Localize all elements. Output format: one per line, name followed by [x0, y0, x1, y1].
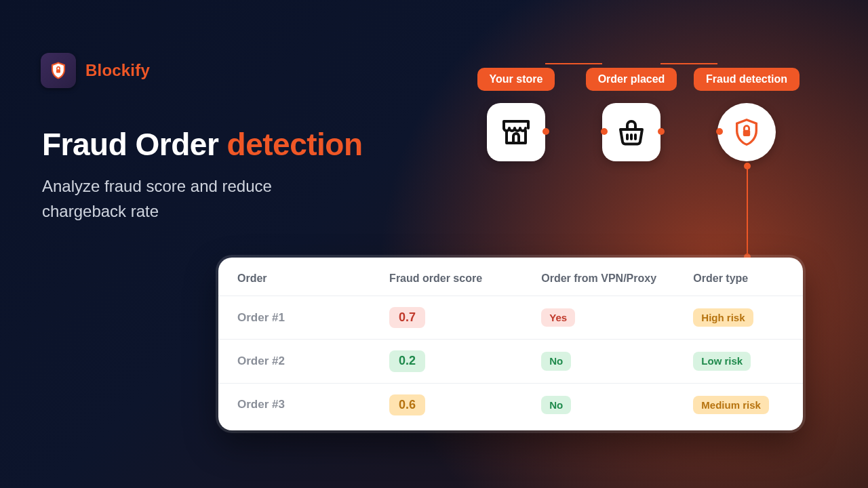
col-vpn: Order from VPN/Proxy	[522, 263, 674, 296]
brand-name: Blockify	[85, 61, 150, 80]
connector-dot	[601, 128, 608, 135]
flow-label-fraud: Fraud detection	[694, 68, 800, 91]
flow-label-order: Order placed	[586, 68, 677, 91]
vpn-badge: No	[541, 352, 571, 371]
table-header-row: Order Fraud order score Order from VPN/P…	[218, 263, 803, 296]
connector-line	[747, 168, 748, 255]
svg-rect-1	[743, 130, 750, 136]
title-part1: Fraud Order	[42, 127, 227, 162]
page-title: Fraud Order detection	[42, 126, 363, 163]
col-type: Order type	[674, 263, 803, 296]
table-row: Order #20.2NoLow risk	[218, 340, 803, 383]
cell-order: Order #1	[218, 296, 370, 340]
connector-dot	[716, 128, 723, 135]
vpn-badge: Yes	[541, 308, 575, 327]
table-row: Order #10.7YesHigh risk	[218, 296, 803, 340]
process-flow: Your store Order placed Fraud detection	[458, 68, 804, 161]
fraud-table-card: Order Fraud order score Order from VPN/P…	[218, 258, 803, 430]
cell-vpn: Yes	[522, 296, 674, 340]
connector-dot	[658, 128, 665, 135]
cell-score: 0.2	[370, 340, 522, 383]
connector-line	[545, 63, 602, 64]
cell-type: High risk	[674, 296, 803, 340]
score-badge: 0.7	[389, 307, 425, 328]
vpn-badge: No	[541, 396, 571, 415]
type-badge: High risk	[693, 308, 753, 327]
brand-logo: Blockify	[41, 53, 150, 88]
score-badge: 0.2	[389, 350, 425, 371]
cell-score: 0.7	[370, 296, 522, 340]
cell-vpn: No	[522, 340, 674, 383]
score-badge: 0.6	[389, 394, 425, 415]
table-row: Order #30.6NoMedium risk	[218, 383, 803, 430]
basket-icon	[602, 103, 660, 161]
page-subtitle: Analyze fraud score and reduce chargebac…	[42, 174, 354, 224]
connector-dot	[542, 128, 549, 135]
cell-type: Low risk	[674, 340, 803, 383]
type-badge: Medium risk	[693, 396, 769, 415]
cell-type: Medium risk	[674, 383, 803, 430]
flow-step-fraud: Fraud detection	[689, 68, 804, 161]
cell-vpn: No	[522, 383, 674, 430]
type-badge: Low risk	[693, 352, 751, 371]
flow-step-store: Your store	[458, 68, 574, 161]
flow-step-order: Order placed	[574, 68, 689, 161]
shield-icon	[41, 53, 76, 88]
fraud-table: Order Fraud order score Order from VPN/P…	[218, 263, 803, 430]
connector-line	[660, 63, 717, 64]
cell-score: 0.6	[370, 383, 522, 430]
col-order: Order	[218, 263, 370, 296]
flow-label-store: Your store	[477, 68, 555, 91]
cell-order: Order #2	[218, 340, 370, 383]
store-icon	[487, 103, 545, 161]
svg-rect-0	[56, 69, 60, 73]
shield-lock-icon	[717, 103, 776, 161]
title-accent: detection	[227, 127, 363, 162]
cell-order: Order #3	[218, 383, 370, 430]
col-score: Fraud order score	[370, 263, 522, 296]
